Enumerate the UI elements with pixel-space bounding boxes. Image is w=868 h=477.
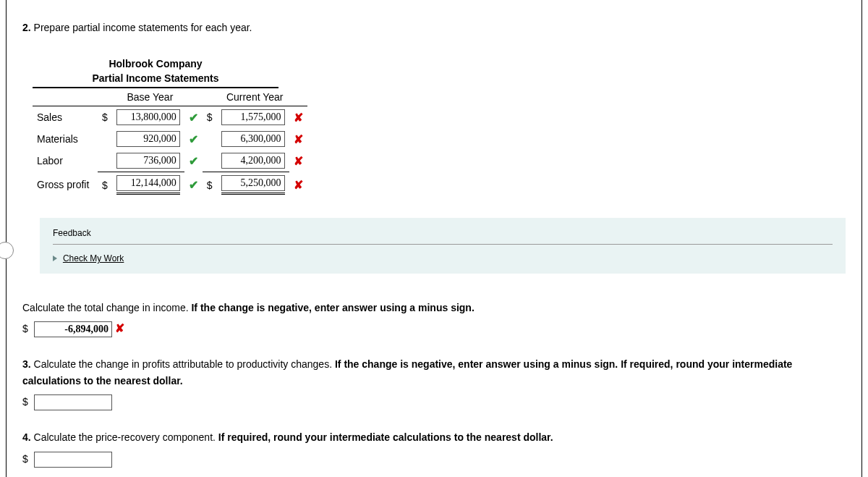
dollar-sign: $	[22, 323, 31, 334]
x-icon: ✘	[289, 172, 307, 198]
dollar-sign: $	[98, 106, 112, 129]
x-icon: ✘	[289, 150, 307, 172]
x-icon: ✘	[289, 128, 307, 150]
feedback-title: Feedback	[53, 228, 833, 245]
col-base-year: Base Year	[98, 88, 203, 106]
x-icon: ✘	[115, 322, 124, 334]
input-q3-answer[interactable]	[34, 394, 112, 410]
input-sales-base[interactable]	[116, 109, 180, 125]
check-icon: ✔	[184, 106, 203, 129]
label-labor: Labor	[33, 150, 98, 172]
input-total-change[interactable]	[34, 321, 112, 337]
question-2-prompt: 2. Prepare partial income statements for…	[22, 22, 846, 33]
label-gross: Gross profit	[33, 172, 98, 198]
col-current-year: Current Year	[203, 88, 307, 106]
input-materials-base[interactable]	[116, 131, 180, 147]
nav-circle[interactable]	[0, 242, 14, 259]
check-my-work-link[interactable]: Check My Work	[63, 253, 124, 263]
q3-number: 3.	[22, 358, 31, 370]
question-4-prompt: 4. Calculate the price-recovery componen…	[22, 429, 846, 445]
x-icon: ✘	[289, 106, 307, 129]
row-sales: Sales $ ✔ $ ✘	[33, 106, 307, 129]
dollar-sign: $	[98, 172, 112, 198]
row-gross-profit: Gross profit $ ✔ $ ✘	[33, 172, 307, 198]
company-name: Holbrook Company	[33, 55, 278, 72]
row-materials: Materials ✔ ✘	[33, 128, 307, 150]
input-gross-base[interactable]	[116, 175, 180, 191]
dollar-sign: $	[203, 172, 217, 198]
label-sales: Sales	[33, 106, 98, 129]
check-icon: ✔	[184, 150, 203, 172]
triangle-right-icon	[53, 256, 57, 261]
row-labor: Labor ✔ ✘	[33, 150, 307, 172]
q4-number: 4.	[22, 431, 31, 443]
q2-text: Prepare partial income statements for ea…	[34, 22, 252, 33]
input-gross-current[interactable]	[221, 175, 285, 191]
label-materials: Materials	[33, 128, 98, 150]
input-labor-base[interactable]	[116, 153, 180, 169]
statement-title: Partial Income Statements	[33, 72, 278, 87]
calc-total-change-prompt: Calculate the total change in income. If…	[22, 300, 846, 316]
feedback-panel: Feedback Check My Work	[40, 218, 846, 274]
input-labor-current[interactable]	[221, 153, 285, 169]
check-icon: ✔	[184, 172, 203, 198]
input-q4-answer[interactable]	[34, 452, 112, 468]
question-3-prompt: 3. Calculate the change in profits attri…	[22, 356, 846, 389]
dollar-sign: $	[22, 453, 31, 465]
dollar-sign: $	[203, 106, 217, 129]
dollar-sign: $	[22, 396, 31, 408]
input-materials-current[interactable]	[221, 131, 285, 147]
q2-number: 2.	[22, 22, 31, 33]
input-sales-current[interactable]	[221, 109, 285, 125]
check-icon: ✔	[184, 128, 203, 150]
